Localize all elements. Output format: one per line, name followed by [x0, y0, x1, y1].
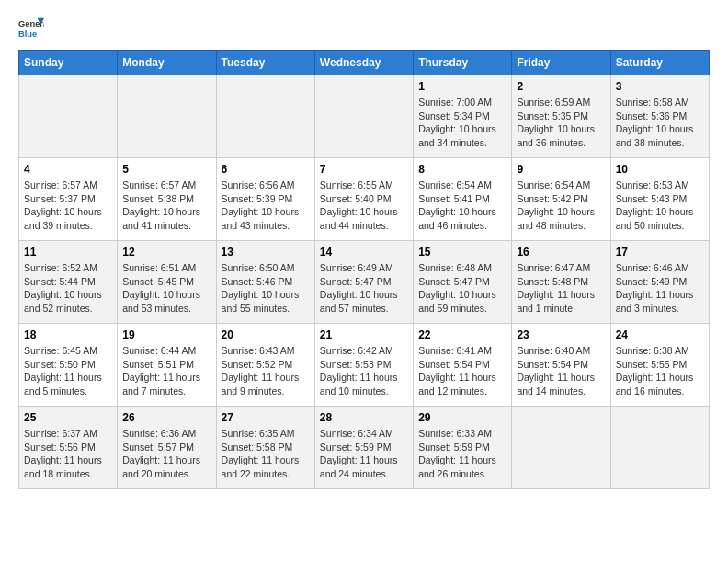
day-number: 25 — [24, 411, 112, 424]
day-number: 4 — [24, 163, 112, 176]
weekday-header-row: SundayMondayTuesdayWednesdayThursdayFrid… — [19, 51, 710, 75]
day-detail: Sunrise: 6:33 AM Sunset: 5:59 PM Dayligh… — [418, 427, 506, 481]
day-detail: Sunrise: 6:44 AM Sunset: 5:51 PM Dayligh… — [122, 344, 210, 398]
page-header: General Blue — [18, 15, 710, 40]
calendar-cell: 27Sunrise: 6:35 AM Sunset: 5:58 PM Dayli… — [216, 407, 314, 489]
calendar-week-row: 1Sunrise: 7:00 AM Sunset: 5:34 PM Daylig… — [19, 75, 710, 158]
day-number: 12 — [122, 246, 210, 259]
logo-icon: General Blue — [18, 15, 44, 40]
calendar-week-row: 18Sunrise: 6:45 AM Sunset: 5:50 PM Dayli… — [19, 324, 710, 407]
calendar-cell: 1Sunrise: 7:00 AM Sunset: 5:34 PM Daylig… — [414, 75, 512, 158]
day-detail: Sunrise: 6:57 AM Sunset: 5:38 PM Dayligh… — [122, 178, 210, 233]
day-number: 2 — [517, 80, 605, 93]
day-detail: Sunrise: 6:37 AM Sunset: 5:56 PM Dayligh… — [24, 427, 112, 481]
day-number: 1 — [418, 80, 506, 93]
weekday-header-sunday: Sunday — [19, 51, 118, 75]
calendar-cell: 29Sunrise: 6:33 AM Sunset: 5:59 PM Dayli… — [414, 407, 512, 489]
day-detail: Sunrise: 6:35 AM Sunset: 5:58 PM Dayligh… — [222, 427, 310, 481]
calendar-cell — [610, 407, 709, 489]
day-detail: Sunrise: 6:41 AM Sunset: 5:54 PM Dayligh… — [418, 344, 506, 398]
calendar-cell: 21Sunrise: 6:42 AM Sunset: 5:53 PM Dayli… — [314, 324, 413, 407]
calendar-cell: 16Sunrise: 6:47 AM Sunset: 5:48 PM Dayli… — [512, 241, 610, 324]
weekday-header-friday: Friday — [512, 51, 610, 75]
calendar-cell: 7Sunrise: 6:55 AM Sunset: 5:40 PM Daylig… — [314, 158, 413, 241]
day-detail: Sunrise: 6:51 AM Sunset: 5:45 PM Dayligh… — [122, 261, 210, 316]
calendar-cell: 18Sunrise: 6:45 AM Sunset: 5:50 PM Dayli… — [19, 324, 118, 407]
day-number: 14 — [320, 246, 408, 259]
day-number: 17 — [616, 246, 704, 259]
calendar-cell: 6Sunrise: 6:56 AM Sunset: 5:39 PM Daylig… — [216, 158, 314, 241]
weekday-header-wednesday: Wednesday — [314, 51, 413, 75]
weekday-header-monday: Monday — [118, 51, 216, 75]
calendar-cell — [216, 75, 314, 158]
day-detail: Sunrise: 6:47 AM Sunset: 5:48 PM Dayligh… — [517, 261, 605, 316]
day-number: 8 — [418, 163, 506, 176]
day-number: 18 — [24, 328, 112, 341]
calendar-cell: 23Sunrise: 6:40 AM Sunset: 5:54 PM Dayli… — [512, 324, 610, 407]
day-number: 20 — [222, 328, 310, 341]
calendar-cell: 14Sunrise: 6:49 AM Sunset: 5:47 PM Dayli… — [314, 241, 413, 324]
calendar-cell: 25Sunrise: 6:37 AM Sunset: 5:56 PM Dayli… — [19, 407, 118, 489]
day-detail: Sunrise: 6:50 AM Sunset: 5:46 PM Dayligh… — [222, 261, 310, 316]
day-detail: Sunrise: 6:49 AM Sunset: 5:47 PM Dayligh… — [320, 261, 408, 316]
day-number: 11 — [24, 246, 112, 259]
day-number: 7 — [320, 163, 408, 176]
calendar-cell: 26Sunrise: 6:36 AM Sunset: 5:57 PM Dayli… — [118, 407, 216, 489]
day-number: 9 — [517, 163, 605, 176]
day-number: 28 — [320, 411, 408, 424]
day-number: 21 — [320, 328, 408, 341]
day-detail: Sunrise: 6:55 AM Sunset: 5:40 PM Dayligh… — [320, 178, 408, 233]
day-number: 5 — [122, 163, 210, 176]
day-detail: Sunrise: 6:45 AM Sunset: 5:50 PM Dayligh… — [24, 344, 112, 398]
calendar-cell: 11Sunrise: 6:52 AM Sunset: 5:44 PM Dayli… — [19, 241, 118, 324]
calendar-cell: 15Sunrise: 6:48 AM Sunset: 5:47 PM Dayli… — [414, 241, 512, 324]
day-number: 16 — [517, 246, 605, 259]
calendar-cell: 19Sunrise: 6:44 AM Sunset: 5:51 PM Dayli… — [118, 324, 216, 407]
calendar-cell: 5Sunrise: 6:57 AM Sunset: 5:38 PM Daylig… — [118, 158, 216, 241]
day-detail: Sunrise: 6:57 AM Sunset: 5:37 PM Dayligh… — [24, 178, 112, 233]
day-detail: Sunrise: 6:34 AM Sunset: 5:59 PM Dayligh… — [320, 427, 408, 481]
day-detail: Sunrise: 6:56 AM Sunset: 5:39 PM Dayligh… — [222, 178, 310, 233]
day-detail: Sunrise: 6:36 AM Sunset: 5:57 PM Dayligh… — [122, 427, 210, 481]
logo: General Blue — [18, 15, 48, 40]
svg-text:Blue: Blue — [18, 29, 37, 39]
calendar-cell: 22Sunrise: 6:41 AM Sunset: 5:54 PM Dayli… — [414, 324, 512, 407]
weekday-header-saturday: Saturday — [610, 51, 709, 75]
calendar-cell: 13Sunrise: 6:50 AM Sunset: 5:46 PM Dayli… — [216, 241, 314, 324]
day-number: 19 — [122, 328, 210, 341]
day-number: 26 — [122, 411, 210, 424]
day-number: 23 — [517, 328, 605, 341]
day-number: 13 — [222, 246, 310, 259]
day-detail: Sunrise: 6:46 AM Sunset: 5:49 PM Dayligh… — [616, 261, 704, 316]
calendar-cell: 28Sunrise: 6:34 AM Sunset: 5:59 PM Dayli… — [314, 407, 413, 489]
calendar-cell: 3Sunrise: 6:58 AM Sunset: 5:36 PM Daylig… — [610, 75, 709, 158]
day-number: 3 — [616, 80, 704, 93]
day-detail: Sunrise: 6:54 AM Sunset: 5:42 PM Dayligh… — [517, 178, 605, 233]
day-detail: Sunrise: 6:54 AM Sunset: 5:41 PM Dayligh… — [418, 178, 506, 233]
calendar-table: SundayMondayTuesdayWednesdayThursdayFrid… — [18, 50, 710, 489]
calendar-cell: 2Sunrise: 6:59 AM Sunset: 5:35 PM Daylig… — [512, 75, 610, 158]
weekday-header-thursday: Thursday — [414, 51, 512, 75]
day-detail: Sunrise: 6:42 AM Sunset: 5:53 PM Dayligh… — [320, 344, 408, 398]
day-number: 15 — [418, 246, 506, 259]
day-detail: Sunrise: 6:58 AM Sunset: 5:36 PM Dayligh… — [616, 96, 704, 150]
calendar-cell — [314, 75, 413, 158]
calendar-cell: 4Sunrise: 6:57 AM Sunset: 5:37 PM Daylig… — [19, 158, 118, 241]
day-detail: Sunrise: 7:00 AM Sunset: 5:34 PM Dayligh… — [418, 96, 506, 150]
calendar-cell: 24Sunrise: 6:38 AM Sunset: 5:55 PM Dayli… — [610, 324, 709, 407]
calendar-cell — [118, 75, 216, 158]
day-detail: Sunrise: 6:59 AM Sunset: 5:35 PM Dayligh… — [517, 96, 605, 150]
calendar-week-row: 25Sunrise: 6:37 AM Sunset: 5:56 PM Dayli… — [19, 407, 710, 489]
day-number: 27 — [222, 411, 310, 424]
calendar-cell: 10Sunrise: 6:53 AM Sunset: 5:43 PM Dayli… — [610, 158, 709, 241]
calendar-week-row: 11Sunrise: 6:52 AM Sunset: 5:44 PM Dayli… — [19, 241, 710, 324]
calendar-cell: 17Sunrise: 6:46 AM Sunset: 5:49 PM Dayli… — [610, 241, 709, 324]
calendar-cell: 9Sunrise: 6:54 AM Sunset: 5:42 PM Daylig… — [512, 158, 610, 241]
day-number: 24 — [616, 328, 704, 341]
day-detail: Sunrise: 6:43 AM Sunset: 5:52 PM Dayligh… — [222, 344, 310, 398]
calendar-cell: 12Sunrise: 6:51 AM Sunset: 5:45 PM Dayli… — [118, 241, 216, 324]
day-detail: Sunrise: 6:53 AM Sunset: 5:43 PM Dayligh… — [616, 178, 704, 233]
calendar-cell: 20Sunrise: 6:43 AM Sunset: 5:52 PM Dayli… — [216, 324, 314, 407]
day-number: 22 — [418, 328, 506, 341]
day-number: 6 — [222, 163, 310, 176]
